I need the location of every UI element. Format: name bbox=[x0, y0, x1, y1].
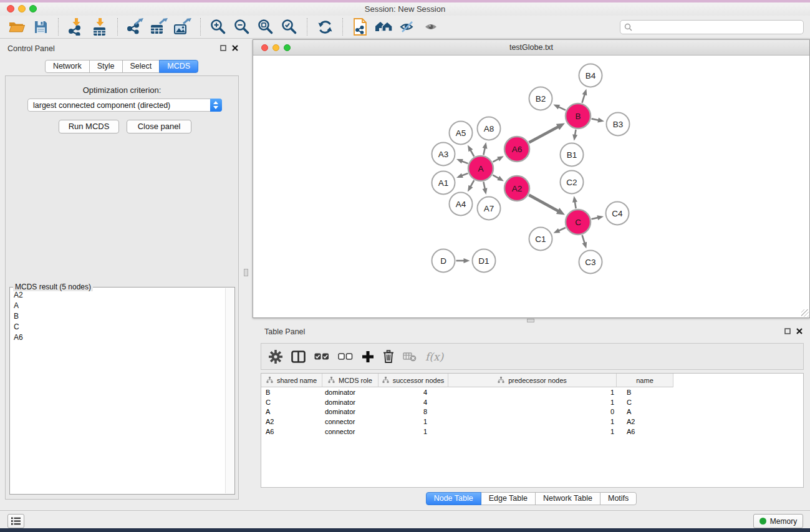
graph-node-A2[interactable]: A2 bbox=[504, 176, 529, 201]
column-header-successor-nodes[interactable]: successor nodes bbox=[378, 374, 448, 387]
window-resize-grip[interactable] bbox=[801, 309, 809, 317]
tab-select[interactable]: Select bbox=[122, 60, 160, 73]
mcds-result-item[interactable]: C bbox=[11, 321, 225, 332]
graph-edge-A2-C[interactable] bbox=[529, 195, 565, 215]
graph-node-B3[interactable]: B3 bbox=[607, 113, 630, 136]
graph-edge-A-A5[interactable] bbox=[468, 145, 474, 157]
table-row-A2[interactable]: A2connector11A2 bbox=[261, 417, 803, 427]
show-panels-button[interactable] bbox=[7, 514, 24, 528]
search-input[interactable] bbox=[635, 22, 803, 33]
criterion-select[interactable]: largest connected component (directed) bbox=[27, 99, 222, 112]
float-panel-icon[interactable] bbox=[220, 45, 226, 51]
network-minimize-button[interactable] bbox=[272, 44, 279, 51]
graph-node-D1[interactable]: D1 bbox=[473, 249, 496, 273]
graph-node-A7[interactable]: A7 bbox=[478, 197, 501, 220]
show-selected-button[interactable] bbox=[420, 17, 443, 37]
graph-node-A6[interactable]: A6 bbox=[504, 137, 529, 162]
table-row-C[interactable]: Cdominator41C bbox=[261, 397, 803, 407]
graph-node-C2[interactable]: C2 bbox=[561, 171, 584, 194]
mcds-result-item[interactable]: A6 bbox=[11, 332, 225, 342]
network-close-button[interactable] bbox=[261, 44, 268, 51]
graph-edge-A-A6[interactable] bbox=[493, 156, 503, 162]
horizontal-split-handle[interactable] bbox=[527, 319, 534, 322]
graph-edge-C-C1[interactable] bbox=[554, 228, 566, 233]
hide-selected-button[interactable] bbox=[396, 17, 420, 37]
graph-edge-A6-B[interactable] bbox=[529, 123, 565, 142]
graph-edge-A-A3[interactable] bbox=[456, 159, 468, 163]
export-network-button[interactable] bbox=[123, 17, 147, 37]
table-row-A[interactable]: Adominator80A bbox=[261, 407, 803, 417]
deselect-all-columns-button[interactable] bbox=[338, 346, 353, 367]
graph-node-C4[interactable]: C4 bbox=[606, 202, 629, 225]
table-tab-motifs[interactable]: Motifs bbox=[600, 492, 637, 505]
graph-edge-B-B1[interactable] bbox=[572, 130, 577, 141]
refresh-layout-button[interactable] bbox=[313, 17, 337, 37]
graph-node-B1[interactable]: B1 bbox=[561, 143, 584, 167]
mcds-result-item[interactable]: B bbox=[11, 311, 225, 321]
show-all-networks-button[interactable] bbox=[372, 17, 396, 37]
column-header-shared-name[interactable]: shared name bbox=[261, 374, 322, 387]
graph-node-A3[interactable]: A3 bbox=[432, 143, 455, 166]
network-zoom-button[interactable] bbox=[284, 44, 291, 51]
table-tab-edge-table[interactable]: Edge Table bbox=[481, 492, 536, 505]
graph-node-D[interactable]: D bbox=[432, 249, 455, 273]
column-header-mcds-role[interactable]: MCDS role bbox=[322, 374, 378, 387]
graph-edge-D-D1[interactable] bbox=[456, 258, 470, 263]
close-table-panel-icon[interactable] bbox=[796, 328, 803, 334]
close-panel-icon[interactable] bbox=[232, 45, 238, 51]
graph-edge-B-B4[interactable] bbox=[582, 89, 587, 103]
graph-edge-B-B3[interactable] bbox=[592, 118, 604, 123]
graph-node-C3[interactable]: C3 bbox=[579, 251, 602, 274]
graph-edge-C-C2[interactable] bbox=[572, 196, 577, 208]
graph-edge-A-A4[interactable] bbox=[468, 180, 474, 191]
save-session-button[interactable] bbox=[29, 17, 52, 37]
graph-edge-A-A2[interactable] bbox=[493, 175, 504, 181]
run-mcds-button[interactable]: Run MCDS bbox=[59, 120, 119, 133]
zoom-selected-button[interactable] bbox=[277, 17, 301, 37]
tab-mcds[interactable]: MCDS bbox=[159, 60, 198, 73]
network-canvas[interactable]: B4B2BB3A8A5A6A3B1AC2A1A2A4A7C4CC1C3DD1 bbox=[253, 56, 809, 317]
graph-edge-A-A7[interactable] bbox=[483, 182, 488, 195]
table-tab-node-table[interactable]: Node Table bbox=[426, 492, 481, 505]
graph-node-A[interactable]: A bbox=[468, 156, 493, 181]
mcds-result-item[interactable]: A bbox=[11, 300, 225, 311]
close-panel-button[interactable]: Close panel bbox=[127, 120, 191, 133]
mcds-result-item[interactable]: A2 bbox=[11, 289, 225, 300]
close-window-button[interactable] bbox=[7, 5, 14, 12]
delete-column-button[interactable] bbox=[383, 346, 394, 367]
memory-button[interactable]: Memory bbox=[753, 514, 803, 528]
table-row-A6[interactable]: A6connector11A6 bbox=[261, 427, 803, 437]
graph-node-C[interactable]: C bbox=[566, 210, 591, 235]
graph-node-B[interactable]: B bbox=[566, 104, 591, 128]
graph-node-A1[interactable]: A1 bbox=[432, 172, 455, 195]
add-column-button[interactable] bbox=[362, 346, 374, 367]
tab-style[interactable]: Style bbox=[89, 60, 123, 73]
table-row-B[interactable]: Bdominator41B bbox=[261, 387, 803, 397]
delete-table-button[interactable] bbox=[403, 346, 417, 367]
import-network-button[interactable] bbox=[64, 17, 88, 37]
export-table-button[interactable] bbox=[147, 17, 171, 37]
export-image-button[interactable] bbox=[171, 17, 195, 37]
column-header-predecessor-nodes[interactable]: predecessor nodes bbox=[448, 374, 617, 387]
zoom-in-button[interactable] bbox=[206, 17, 230, 37]
vertical-split-handle[interactable] bbox=[244, 269, 248, 276]
duplicate-network-button[interactable] bbox=[349, 17, 372, 37]
graph-node-A5[interactable]: A5 bbox=[450, 122, 473, 145]
tab-network[interactable]: Network bbox=[45, 60, 90, 73]
graph-edge-C-C3[interactable] bbox=[582, 235, 587, 249]
open-session-button[interactable] bbox=[5, 17, 29, 37]
import-table-button[interactable] bbox=[88, 17, 112, 37]
graph-node-B4[interactable]: B4 bbox=[579, 64, 602, 87]
graph-node-A4[interactable]: A4 bbox=[450, 193, 473, 216]
minimize-window-button[interactable] bbox=[18, 5, 26, 12]
column-header-name[interactable]: name bbox=[617, 374, 673, 387]
zoom-window-button[interactable] bbox=[29, 5, 37, 12]
graph-node-A8[interactable]: A8 bbox=[478, 117, 501, 140]
graph-node-C1[interactable]: C1 bbox=[529, 228, 552, 251]
float-table-panel-icon[interactable] bbox=[784, 328, 791, 334]
column-layout-button[interactable] bbox=[291, 346, 306, 367]
select-all-columns-button[interactable] bbox=[314, 346, 329, 367]
search-field[interactable] bbox=[620, 20, 804, 34]
zoom-out-button[interactable] bbox=[230, 17, 254, 37]
apply-function-button[interactable]: f(x) bbox=[425, 346, 443, 367]
